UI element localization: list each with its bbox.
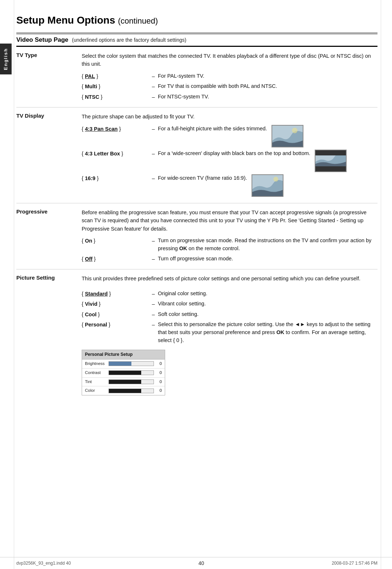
opt-multi-desc: For TV that is compatible with both PAL … xyxy=(158,81,375,92)
option-pal: { PAL } – For PAL-system TV. xyxy=(82,71,375,81)
ps-tint-bar xyxy=(109,379,154,384)
opt-standard-label: { Standard } xyxy=(82,289,149,299)
tv-display-label: TV Display xyxy=(16,107,82,203)
option-letter-box: { 4:3 Letter Box } – For a 'wide-screen'… xyxy=(82,149,375,173)
opt-off-desc: Turn off progressive scan mode. xyxy=(158,254,375,264)
ps-tint-fill xyxy=(109,380,141,384)
content-table: TV Type Select the color system that mat… xyxy=(16,47,377,401)
picture-setting-row: Picture Setting This unit provides three… xyxy=(16,269,377,401)
ps-brightness-value: 0 xyxy=(156,361,162,367)
section-header-subtitle: (underlined options are the factory defa… xyxy=(72,37,186,43)
footer-filename: dvp3256K_93_eng1.indd 40 xyxy=(16,561,71,566)
ps-brightness-fill xyxy=(109,362,131,366)
opt-personal-dash: – xyxy=(149,320,158,345)
tv-type-label: TV Type xyxy=(16,47,82,107)
progressive-options: { On } – Turn on progressive scan mode. … xyxy=(82,236,375,264)
panscan-image xyxy=(271,125,304,147)
opt-letterbox-desc: For a 'wide-screen' display with black b… xyxy=(158,149,375,173)
page-container: English Setup Menu Options (continued) V… xyxy=(0,0,392,569)
opt-ntsc-desc: For NTSC-system TV. xyxy=(158,92,375,102)
option-pan-scan: { 4:3 Pan Scan } – For a full-height pic… xyxy=(82,124,375,149)
opt-standard-desc: Original color setting. xyxy=(158,289,375,299)
ps-tint-value: 0 xyxy=(156,379,162,385)
opt-panscan-dash: – xyxy=(149,124,158,149)
opt-pal-label: { PAL } xyxy=(82,71,149,81)
ps-contrast-bar xyxy=(109,370,154,375)
ps-color-row: Color 0 xyxy=(82,386,165,395)
progressive-label: Progressive xyxy=(16,203,82,269)
picture-setting-desc: This unit provides three predefined sets… xyxy=(82,269,377,401)
option-multi: { Multi } – For TV that is compatible wi… xyxy=(82,81,375,92)
personal-setup-header: Personal Picture Setup xyxy=(82,350,165,359)
ps-contrast-value: 0 xyxy=(156,370,162,376)
svg-point-1 xyxy=(292,128,297,133)
opt-pal-desc: For PAL-system TV. xyxy=(158,71,375,81)
opt-multi-dash: – xyxy=(149,81,158,92)
ps-tint-row: Tint 0 xyxy=(82,378,165,387)
progressive-row: Progressive Before enabling the progress… xyxy=(16,203,377,269)
option-on: { On } – Turn on progressive scan mode. … xyxy=(82,236,375,254)
tv-display-row: TV Display The picture shape can be adju… xyxy=(16,107,377,203)
ps-brightness-label: Brightness xyxy=(85,361,109,367)
letterbox-svg xyxy=(315,150,346,171)
ps-contrast-row: Contrast 0 xyxy=(82,369,165,378)
ps-color-fill xyxy=(109,389,141,393)
option-personal: { Personal } – Select this to personaliz… xyxy=(82,320,375,345)
page-footer: dvp3256K_93_eng1.indd 40 40 2008-03-27 1… xyxy=(0,557,392,569)
opt-on-desc: Turn on progressive scan mode. Read the … xyxy=(158,236,375,254)
opt-off-label: { Off } xyxy=(82,254,149,264)
page-title: Setup Menu Options (continued) xyxy=(16,15,377,26)
tv-display-desc: The picture shape can be adjusted to fit… xyxy=(82,107,377,203)
ps-contrast-fill xyxy=(109,371,141,375)
ps-brightness-row: Brightness 0 xyxy=(82,359,165,369)
opt-panscan-desc: For a full-height picture with the sides… xyxy=(158,124,375,149)
margin-line-left xyxy=(14,0,14,569)
tv-display-options: { 4:3 Pan Scan } – For a full-height pic… xyxy=(82,124,375,198)
ps-color-value: 0 xyxy=(156,387,162,394)
tv-type-desc: Select the color system that matches the… xyxy=(82,47,377,107)
ps-tint-label: Tint xyxy=(85,379,109,385)
opt-on-dash: – xyxy=(149,236,158,254)
opt-pal-dash: – xyxy=(149,71,158,81)
main-content: Setup Menu Options (continued) Video Set… xyxy=(16,0,377,422)
opt-multi-label: { Multi } xyxy=(82,81,149,92)
opt-169-label: { 16:9 } xyxy=(82,173,149,198)
side-tab: English xyxy=(0,44,12,74)
picture-setting-label: Picture Setting xyxy=(16,269,82,401)
tv-type-row: TV Type Select the color system that mat… xyxy=(16,47,377,107)
opt-standard-dash: – xyxy=(149,289,158,299)
ps-color-bar xyxy=(109,389,154,393)
widescreen-svg xyxy=(252,175,283,196)
option-vivid: { Vivid } – Vibrant color setting. xyxy=(82,299,375,309)
opt-169-desc: For wide-screen TV (frame ratio 16:9). xyxy=(158,173,375,198)
title-continued: (continued) xyxy=(118,16,158,25)
option-ntsc: { NTSC } – For NTSC-system TV. xyxy=(82,92,375,102)
opt-cool-label: { Cool } xyxy=(82,309,149,320)
option-off: { Off } – Turn off progressive scan mode… xyxy=(82,254,375,264)
ps-brightness-bar xyxy=(109,361,154,366)
option-169: { 16:9 } – For wide-screen TV (frame rat… xyxy=(82,173,375,198)
option-cool: { Cool } – Soft color setting. xyxy=(82,309,375,320)
opt-cool-dash: – xyxy=(149,309,158,320)
personal-picture-setup-box: Personal Picture Setup Brightness 0 xyxy=(82,350,165,395)
ps-contrast-label: Contrast xyxy=(85,370,109,376)
option-standard: { Standard } – Original color setting. xyxy=(82,289,375,299)
opt-cool-desc: Soft color setting. xyxy=(158,309,375,320)
opt-personal-label: { Personal } xyxy=(82,320,149,345)
widescreen-image xyxy=(252,174,284,197)
svg-point-5 xyxy=(273,177,278,182)
opt-ntsc-label: { NTSC } xyxy=(82,92,149,102)
letterbox-image xyxy=(315,150,347,172)
opt-on-label: { On } xyxy=(82,236,149,254)
opt-panscan-label: { 4:3 Pan Scan } xyxy=(82,124,149,149)
opt-169-dash: – xyxy=(149,173,158,198)
tv-type-options: { PAL } – For PAL-system TV. { Multi } –… xyxy=(82,71,375,102)
footer-page-number: 40 xyxy=(199,560,204,566)
title-text: Setup Menu Options xyxy=(16,15,115,26)
progressive-desc: Before enabling the progressive scan fea… xyxy=(82,203,377,269)
section-header-title: Video Setup Page xyxy=(16,36,68,44)
margin-line-right xyxy=(381,0,381,569)
opt-vivid-label: { Vivid } xyxy=(82,299,149,309)
opt-ntsc-dash: – xyxy=(149,92,158,102)
ps-color-label: Color xyxy=(85,387,109,394)
